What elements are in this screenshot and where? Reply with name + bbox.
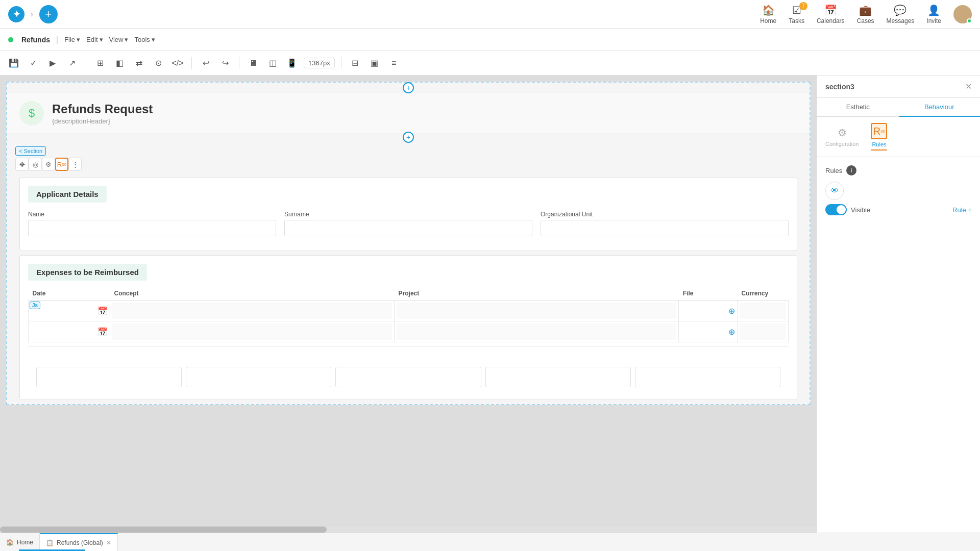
grid-btn[interactable]: ⊟ (348, 56, 363, 71)
tab-behaviour[interactable]: Behaviour (899, 98, 981, 117)
nav-invite-label: Invite (926, 17, 941, 24)
currency-input-1[interactable] (740, 303, 786, 319)
menu-tools[interactable]: Tools ▾ (134, 36, 155, 43)
sub-tab-rules[interactable]: R00 Rules (871, 123, 887, 151)
rule-add-btn[interactable]: Rule + (952, 206, 972, 214)
js-badge: Js (30, 302, 40, 309)
scrollbar-thumb[interactable] (0, 527, 327, 533)
nav-chevron-icon: › (31, 10, 33, 18)
toggle-switch[interactable] (825, 204, 847, 215)
nav-item-home[interactable]: 🏠 Home (760, 4, 776, 24)
sub-tab-configuration[interactable]: ⚙ Configuration (825, 127, 859, 147)
form-canvas: + $ Refunds Request {descriptionHeader} … (6, 82, 811, 405)
col-file: File (679, 287, 738, 300)
project-input-2[interactable] (397, 323, 676, 340)
gear-tool-btn[interactable]: ⚙ (42, 158, 55, 171)
status-tab-refunds[interactable]: 📋 Refunds (Global) ✕ (40, 533, 118, 551)
name-input[interactable] (28, 220, 276, 236)
pixel-size-display: 1367px (304, 58, 335, 68)
expenses-section-title: Expenses to be Reimbursed (28, 264, 147, 281)
avatar-container[interactable] (953, 5, 972, 23)
expense-row-1: Js 📅 (29, 300, 789, 321)
status-bar: 🏠 Home 📋 Refunds (Global) ✕ (0, 533, 980, 551)
file-chevron-icon: ▾ (77, 36, 80, 43)
menu-edit[interactable]: Edit ▾ (86, 36, 103, 43)
nav-item-cases[interactable]: 💼 Cases (857, 4, 874, 24)
app-bar: Refunds | File ▾ Edit ▾ View ▾ Tools ▾ (0, 29, 980, 51)
refunds-tab-close[interactable]: ✕ (106, 539, 111, 546)
add-section-above-btn[interactable]: + (403, 82, 414, 93)
rules-icon: R00 (871, 123, 887, 139)
menu-view[interactable]: View ▾ (109, 36, 129, 43)
nav-item-calendars[interactable]: 📅 Calendars (817, 4, 845, 24)
mobile-view-btn[interactable]: 📱 (284, 56, 300, 71)
org-unit-input[interactable] (541, 220, 789, 236)
bottom-cell-5 (635, 367, 780, 387)
save-btn[interactable]: 💾 (6, 56, 21, 71)
concept-input-1[interactable] (112, 303, 392, 319)
visible-toggle[interactable]: Visible (825, 204, 870, 215)
file-upload-1[interactable]: ⊕ (681, 303, 735, 319)
eye-visibility-btn[interactable]: 👁 (825, 182, 844, 200)
surname-input[interactable] (284, 220, 532, 236)
nav-item-invite[interactable]: 👤 Invite (926, 4, 941, 24)
rules-info-badge[interactable]: i (846, 165, 856, 176)
toolbar-sep-1 (86, 57, 86, 69)
layers-btn[interactable]: ◧ (112, 56, 127, 71)
project-input-1[interactable] (397, 303, 676, 319)
play-btn[interactable]: ▶ (45, 56, 60, 71)
code-btn[interactable]: </> (170, 56, 185, 71)
view-chevron-icon: ▾ (125, 36, 128, 43)
name-label: Name (28, 211, 276, 218)
move-tool-btn[interactable]: ✥ (15, 158, 29, 171)
expenses-section: Expenses to be Reimbursed Date Concept P… (19, 255, 797, 400)
undo-btn[interactable]: ↩ (198, 56, 213, 71)
check-btn[interactable]: ✓ (26, 56, 41, 71)
logic-btn[interactable]: ⊙ (151, 56, 166, 71)
panel-btn[interactable]: ▣ (367, 56, 382, 71)
calendar-icon-1: 📅 (97, 306, 108, 316)
panel-content: Rules i 👁 Visible Rule + (817, 157, 980, 533)
widgets-btn[interactable]: ⊞ (92, 56, 108, 71)
section-tag[interactable]: < Section (15, 146, 46, 156)
file-upload-2[interactable]: ⊕ (681, 323, 735, 340)
date-picker-1[interactable]: 📅 (31, 303, 108, 319)
col-project: Project (395, 287, 679, 300)
panel-close-btn[interactable]: ✕ (965, 82, 972, 91)
publish-btn[interactable]: ↗ (64, 56, 80, 71)
circle-tool-btn[interactable]: ◎ (29, 158, 42, 171)
form-description: {descriptionHeader} (52, 117, 153, 125)
more-tool-btn[interactable]: ⋮ (68, 158, 82, 171)
settings-btn[interactable]: ≡ (386, 56, 402, 71)
add-section-middle-btn[interactable]: + (403, 132, 414, 143)
scrollbar-area[interactable] (0, 527, 817, 533)
field-surname: Surname (284, 211, 532, 236)
edit-chevron-icon: ▾ (100, 36, 103, 43)
nav-cases-label: Cases (857, 17, 874, 24)
toolbar-sep-3 (239, 57, 239, 69)
menu-file[interactable]: File ▾ (64, 36, 80, 43)
date-picker-2[interactable]: 📅 (31, 323, 108, 340)
expense-row-2: 📅 (29, 321, 789, 342)
status-tab-home[interactable]: 🏠 Home (0, 533, 40, 551)
logo-icon[interactable]: ✦ (8, 6, 24, 22)
redo-btn[interactable]: ↪ (217, 56, 233, 71)
desktop-view-btn[interactable]: 🖥 (246, 56, 261, 71)
toolbar-sep-4 (341, 57, 341, 69)
tab-esthetic[interactable]: Esthetic (817, 98, 899, 116)
home-tab-label: Home (17, 539, 33, 546)
bottom-cell-1 (36, 367, 182, 387)
rules-tool-btn[interactable]: R00 (55, 158, 68, 171)
vars-btn[interactable]: ⇄ (131, 56, 146, 71)
rules-header-row: Rules i (825, 165, 972, 176)
eye-icon: 👁 (830, 186, 839, 195)
upload-icon-2: ⊕ (728, 327, 735, 337)
toolbar: 💾 ✓ ▶ ↗ ⊞ ◧ ⇄ ⊙ </> ↩ ↪ 🖥 ◫ 📱 1367px ⊟ ▣… (0, 51, 980, 76)
currency-input-2[interactable] (740, 323, 786, 340)
cases-icon: 💼 (859, 4, 872, 16)
split-view-btn[interactable]: ◫ (265, 56, 280, 71)
nav-item-tasks[interactable]: ☑ Tasks 7 (789, 4, 804, 24)
concept-input-2[interactable] (112, 323, 392, 340)
nav-item-messages[interactable]: 💬 Messages (887, 4, 915, 24)
add-button[interactable]: + (39, 5, 58, 23)
